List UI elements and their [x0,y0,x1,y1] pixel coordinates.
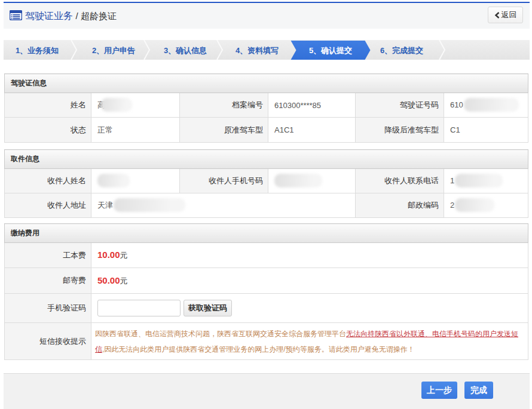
svg-text:2、用户申告: 2、用户申告 [92,46,135,55]
svg-text:6、完成提交: 6、完成提交 [380,46,423,55]
svg-text:5、确认提交: 5、确认提交 [309,46,352,55]
svg-text:3、确认信息: 3、确认信息 [164,46,207,55]
svg-text:4、资料填写: 4、资料填写 [236,46,279,55]
svg-text:1、业务须知: 1、业务须知 [16,46,59,55]
